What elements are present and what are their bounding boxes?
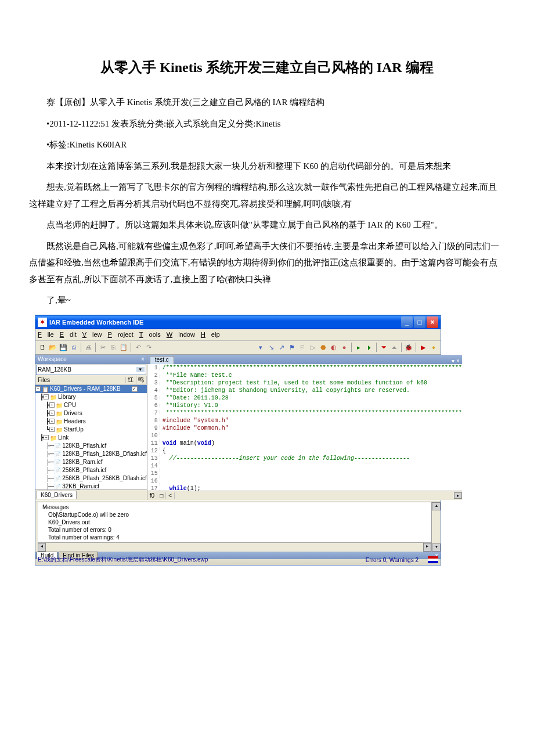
message-line: K60_Drivers.out [48,519,429,526]
menu-window[interactable]: Window [167,331,195,338]
line-number-gutter: 123456789101112131415161718 [147,364,160,491]
tree-folder-headers[interactable]: ┣+📁Headers [35,417,147,426]
menu-help[interactable]: Help [201,331,220,338]
window-minimize-button[interactable]: _ [401,316,413,328]
toolbar-last-icon[interactable]: ♦ [429,343,438,352]
toolbar-bookmark-icon[interactable]: ⚑ [287,343,297,352]
tree-toggle-icon[interactable]: + [49,402,55,408]
toolbar-open-icon[interactable]: 📂 [48,343,57,352]
toolbar-cut-icon[interactable]: ✂ [98,343,107,352]
tree-label: StartUp [64,426,84,434]
editor-status-item: f0 [147,492,157,499]
ide-title-text: IAR Embedded Workbench IDE [49,319,401,326]
tree-project-root[interactable]: − 📋 K60_Drivers - RAM_128KB ✓ [35,385,147,393]
toolbar-paste-icon[interactable]: 📋 [119,343,128,352]
tree-toggle-icon[interactable]: + [49,411,55,416]
toolbar-copy-icon[interactable]: ⎘ [109,343,118,352]
scroll-right-icon[interactable]: ▸ [454,492,462,499]
tree-folder-drivers[interactable]: ┣+📁Drivers [35,409,147,417]
messages-hscroll[interactable]: ◂ ▸ [38,542,431,552]
toolbar-print-icon[interactable]: 🖨 [84,343,93,352]
toolbar-undo-icon[interactable]: ↶ [134,343,143,352]
editor-status-item: □ [157,492,166,499]
tree-folder-library[interactable]: ┣−📁Library [35,393,147,401]
window-maximize-button[interactable]: □ [414,316,425,328]
file-icon: 📄 [54,442,61,449]
scroll-down-icon[interactable]: ▾ [432,543,441,552]
toolbar-saveall-icon[interactable]: ⎙ [69,343,78,352]
toolbar-compile-icon[interactable]: ▷ [308,343,317,352]
tree-label: 256KB_Pflash_256KB_Dflash.icf [62,474,147,483]
folder-icon: 📁 [56,418,63,425]
dropdown-arrow-icon[interactable]: ▼ [136,367,145,372]
message-line: Total number of errors: 0 [48,526,429,534]
toolbar-make-icon[interactable]: ⬣ [319,343,328,352]
tree-toggle-icon[interactable]: − [35,386,41,391]
toolbar-redo-icon[interactable]: ↷ [144,343,153,352]
toolbar-go-icon[interactable]: ▶ [418,343,428,352]
tree-folder-startup[interactable]: ┗+📁StartUp [35,426,147,434]
toolbar-nav-icon[interactable]: ↘ [266,343,276,352]
tree-file-icf[interactable]: ├─ 📄128KB_Pflash.icf [35,442,147,450]
toolbar-dropdown-arrow-icon[interactable]: ▾ [256,343,265,352]
toolbar-debug-icon[interactable]: ▸ [354,343,363,352]
message-line: Total number of warnings: 4 [48,534,429,541]
workspace-tab[interactable]: K60_Drivers [37,491,77,499]
menu-view[interactable]: View [82,331,102,338]
file-icon: 📄 [54,483,61,489]
workspace-panel: Workspace × RAM_128KB ▼ Files 红 鸣 − 📋 [35,355,147,500]
tree-toggle-icon[interactable]: + [49,427,55,432]
tree-file-icf[interactable]: ├─ 📄256KB_Pflash_256KB_Dflash.icf [35,474,147,483]
messages-content[interactable]: Messages Obj\StartupCode.o) will be zero… [38,502,431,542]
tree-label: 32KB_Ram.icf [62,483,99,489]
toolbar-bookmark2-icon[interactable]: ⚐ [298,343,307,352]
toolbar-download-icon[interactable]: ⏷ [379,343,388,352]
workspace-close-icon[interactable]: × [141,356,145,362]
toolbar-dl2-icon[interactable]: ⏶ [389,343,399,352]
scroll-right-icon[interactable]: ▸ [423,543,431,552]
scroll-up-icon[interactable]: ▴ [432,502,441,510]
folder-icon: 📁 [56,426,63,433]
files-label: Files [35,377,126,383]
toolbar-save-icon[interactable]: 💾 [59,343,68,352]
menu-project[interactable]: Project [108,331,134,338]
toolbar-stop-icon[interactable]: ◐ [329,343,338,352]
ide-app-icon: ✶ [38,318,47,327]
tree-label: CPU [64,401,76,409]
tree-toggle-icon[interactable]: + [49,419,55,424]
menu-tools[interactable]: Tools [139,331,161,338]
menu-edit[interactable]: Edit [60,331,77,338]
paragraph: •2011-12-1122:51 发表系统分类:嵌入式系统自定义分类:Kinet… [29,116,505,132]
ide-toolbar: 🗋 📂 💾 ⎙ 🖨 ✂ ⎘ 📋 ↶ ↷ ▾ ↘ ↗ ⚑ ⚐ ▷ ⬣ ◐ ● ▸ [35,341,441,355]
tree-file-icf[interactable]: ├─ 📄128KB_Ram.icf [35,458,147,466]
tree-folder-link[interactable]: ┣−📁Link [35,434,147,442]
messages-vscroll[interactable]: ▴ ▾ [431,502,441,552]
menu-file[interactable]: File [38,331,54,338]
tree-file-icf[interactable]: ├─ 📄256KB_Pflash.icf [35,466,147,474]
config-dropdown[interactable]: RAM_128KB ▼ [36,365,146,375]
editor-panel-pin-icon[interactable]: ▾ × [449,358,462,364]
tree-file-icf[interactable]: ├─ 📄128KB_Pflash_128KB_Dflash.icf [35,450,147,458]
tree-folder-cpu[interactable]: ┣+📁CPU [35,401,147,409]
ide-titlebar[interactable]: ✶ IAR Embedded Workbench IDE _ □ × [35,315,441,329]
tree-file-icf[interactable]: ├─ 📄32KB_Ram.icf [35,483,147,489]
workspace-header: Workspace × [35,355,147,364]
editor-content[interactable]: 123456789101112131415161718 /***********… [147,364,462,491]
file-tree[interactable]: − 📋 K60_Drivers - RAM_128KB ✓ ┣−📁Library… [35,385,147,489]
tree-check-icon[interactable]: ✓ [132,386,138,392]
editor-tab[interactable]: test.c [150,356,174,364]
document-title: 从零入手 Kinetis 系统开发三建立自己风格的 IAR 编程 [29,58,505,77]
toolbar-break-icon[interactable]: ● [340,343,349,352]
toolbar-help-icon[interactable]: 🐞 [404,343,413,352]
scroll-left-icon[interactable]: ◂ [38,543,46,552]
tree-toggle-icon[interactable]: − [44,435,49,440]
paragraph: •标签:Kinetis K60IAR [29,136,505,153]
toolbar-nav2-icon[interactable]: ↗ [277,343,286,352]
statusbar-flag-icon [428,556,438,563]
toolbar-new-icon[interactable]: 🗋 [38,343,47,352]
files-column-header: Files 红 鸣 [35,376,147,385]
window-close-button[interactable]: × [427,316,438,328]
tree-toggle-icon[interactable]: − [44,394,49,399]
toolbar-debug2-icon[interactable]: ⏵ [365,343,374,352]
code-area[interactable]: /***************************************… [160,364,462,491]
